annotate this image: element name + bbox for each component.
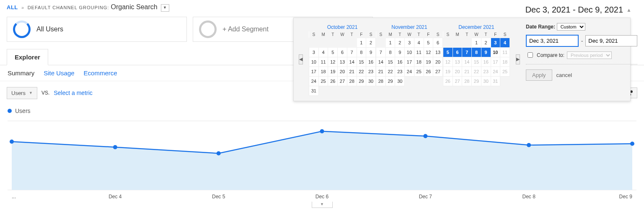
calendar-day[interactable]: 24 — [405, 67, 414, 77]
calendar-day[interactable]: 23 — [395, 67, 405, 77]
calendar-day[interactable]: 30 — [395, 77, 405, 86]
calendar-day[interactable]: 3 — [309, 48, 319, 57]
calendar-day[interactable]: 14 — [347, 57, 357, 67]
calendar-day[interactable]: 13 — [453, 57, 462, 67]
calendar-day[interactable]: 28 — [376, 77, 386, 86]
expand-chart-handle[interactable]: ▼ — [312, 202, 333, 208]
breadcrumb-dropdown[interactable]: ▼ — [161, 4, 169, 12]
calendar-day[interactable]: 3 — [491, 38, 500, 48]
segment-all-users[interactable]: All Users — [7, 17, 187, 42]
breadcrumb-all-link[interactable]: ALL — [7, 4, 18, 10]
calendar-day[interactable]: 4 — [318, 48, 328, 57]
calendar-day[interactable]: 26 — [424, 67, 433, 77]
calendar-day[interactable]: 13 — [338, 57, 347, 67]
calendar-day[interactable]: 10 — [491, 48, 500, 57]
calendar-day[interactable]: 28 — [347, 77, 357, 86]
compare-select[interactable]: Previous period — [567, 51, 612, 59]
calendar-day[interactable]: 21 — [347, 67, 357, 77]
calendar-day[interactable]: 18 — [414, 57, 424, 67]
date-range-end-input[interactable] — [585, 35, 637, 46]
calendar-day[interactable]: 19 — [328, 67, 338, 77]
calendar-day[interactable]: 16 — [366, 57, 376, 67]
calendar-day[interactable]: 17 — [491, 57, 500, 67]
calendar-day[interactable]: 29 — [472, 77, 481, 86]
calendar-day[interactable]: 12 — [424, 48, 433, 57]
calendar-day[interactable]: 13 — [433, 48, 443, 57]
calendar-day[interactable]: 26 — [443, 77, 453, 86]
calendar-day[interactable]: 22 — [472, 67, 481, 77]
calendar-day[interactable]: 23 — [366, 67, 376, 77]
calendar-day[interactable]: 18 — [500, 57, 510, 67]
calendar-day[interactable]: 12 — [443, 57, 453, 67]
calendar-day[interactable]: 15 — [357, 57, 366, 67]
calendar-day[interactable]: 11 — [318, 57, 328, 67]
calendar-day[interactable]: 9 — [395, 48, 405, 57]
calendar-day[interactable]: 15 — [472, 57, 481, 67]
calendar-day[interactable]: 1 — [357, 38, 366, 48]
date-range-preset-select[interactable]: Custom — [557, 23, 585, 31]
calendar-day[interactable]: 16 — [481, 57, 491, 67]
calendar-next-button[interactable]: ▶ — [516, 54, 520, 64]
calendar-day[interactable]: 8 — [385, 48, 395, 57]
cancel-link[interactable]: cancel — [556, 72, 572, 78]
calendar-day[interactable]: 31 — [491, 77, 500, 86]
calendar-day[interactable]: 1 — [385, 38, 395, 48]
calendar-day[interactable]: 4 — [414, 38, 424, 48]
tab-explorer[interactable]: Explorer — [7, 49, 48, 65]
calendar-day[interactable]: 19 — [424, 57, 433, 67]
calendar-day[interactable]: 6 — [453, 48, 462, 57]
calendar-day[interactable]: 31 — [309, 86, 319, 96]
calendar-day[interactable]: 21 — [462, 67, 472, 77]
calendar-day[interactable]: 27 — [453, 77, 462, 86]
compare-checkbox[interactable] — [528, 52, 533, 58]
calendar-prev-button[interactable]: ◀ — [299, 54, 303, 64]
calendar-day[interactable]: 11 — [500, 48, 510, 57]
calendar-day[interactable]: 30 — [366, 77, 376, 86]
date-range-summary[interactable]: Dec 3, 2021 - Dec 9, 2021 ▲ — [525, 5, 631, 15]
calendar-day[interactable]: 2 — [395, 38, 405, 48]
calendar-day[interactable]: 29 — [385, 77, 395, 86]
calendar-day[interactable]: 5 — [328, 48, 338, 57]
calendar-day[interactable]: 18 — [318, 67, 328, 77]
calendar-day[interactable]: 20 — [338, 67, 347, 77]
calendar-day[interactable]: 24 — [309, 77, 319, 86]
calendar-day[interactable]: 20 — [453, 67, 462, 77]
calendar-day[interactable]: 9 — [481, 48, 491, 57]
calendar-day[interactable]: 16 — [395, 57, 405, 67]
metric-selector[interactable]: Users ▼ — [7, 87, 37, 99]
calendar-day[interactable]: 27 — [433, 67, 443, 77]
calendar-day[interactable]: 14 — [376, 57, 386, 67]
calendar-day[interactable]: 27 — [338, 77, 347, 86]
calendar-day[interactable]: 28 — [462, 77, 472, 86]
calendar-day[interactable]: 10 — [309, 57, 319, 67]
calendar-day[interactable]: 26 — [328, 77, 338, 86]
calendar-day[interactable]: 25 — [500, 67, 510, 77]
calendar-day[interactable]: 5 — [443, 48, 453, 57]
calendar-day[interactable]: 14 — [462, 57, 472, 67]
calendar-day[interactable]: 20 — [433, 57, 443, 67]
calendar-day[interactable]: 5 — [424, 38, 433, 48]
calendar-day[interactable]: 1 — [472, 38, 481, 48]
apply-button[interactable]: Apply — [526, 69, 552, 81]
calendar-day[interactable]: 8 — [472, 48, 481, 57]
calendar-day[interactable]: 22 — [385, 67, 395, 77]
calendar-day[interactable]: 22 — [357, 67, 366, 77]
calendar-day[interactable]: 7 — [376, 48, 386, 57]
select-metric-link[interactable]: Select a metric — [54, 90, 93, 96]
calendar-day[interactable]: 21 — [376, 67, 386, 77]
calendar-day[interactable]: 6 — [338, 48, 347, 57]
calendar-day[interactable]: 11 — [414, 48, 424, 57]
calendar-day[interactable]: 7 — [462, 48, 472, 57]
subtab-ecommerce[interactable]: Ecommerce — [84, 69, 117, 77]
calendar-day[interactable]: 7 — [347, 48, 357, 57]
calendar-day[interactable]: 8 — [357, 48, 366, 57]
calendar-day[interactable]: 3 — [405, 38, 414, 48]
calendar-day[interactable]: 30 — [481, 77, 491, 86]
calendar-day[interactable]: 2 — [366, 38, 376, 48]
subtab-summary[interactable]: Summary — [8, 69, 34, 77]
calendar-day[interactable]: 15 — [385, 57, 395, 67]
calendar-day[interactable]: 25 — [318, 77, 328, 86]
calendar-day[interactable]: 10 — [405, 48, 414, 57]
calendar-day[interactable]: 12 — [328, 57, 338, 67]
calendar-day[interactable]: 17 — [405, 57, 414, 67]
